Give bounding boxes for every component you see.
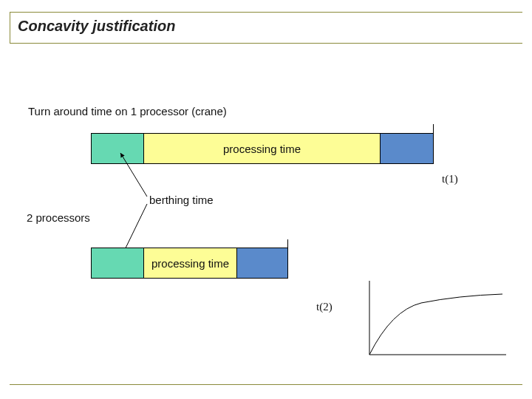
concave-chart bbox=[362, 273, 510, 362]
bar2-seg-processing: processing time bbox=[144, 248, 237, 278]
bar2-tick bbox=[287, 239, 288, 279]
bar-2: processing time bbox=[91, 248, 287, 279]
bar2-processing-label: processing time bbox=[151, 257, 229, 270]
bar2-seg-tail bbox=[237, 248, 288, 278]
bar2-seg-berthing bbox=[92, 248, 144, 278]
bar2-t-label: t(2) bbox=[316, 301, 332, 313]
svg-line-0 bbox=[120, 153, 147, 197]
